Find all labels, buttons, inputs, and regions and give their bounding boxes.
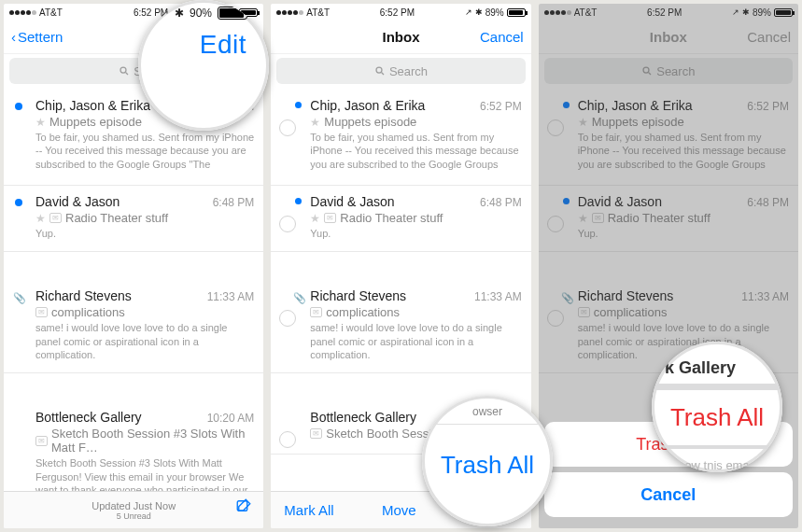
star-icon: ★ — [578, 212, 588, 225]
message-row[interactable]: 6:48 PM David & Jason ★✉Radio Theater st… — [4, 186, 263, 252]
carrier-label: AT&T — [39, 7, 63, 18]
svg-line-1 — [126, 73, 129, 76]
vip-badge: ✉ — [592, 213, 604, 223]
message-row[interactable]: 📎 11:33 AM Richard Stevens ✉complication… — [4, 280, 263, 373]
message-preview: same! i would love love love to do a sin… — [35, 321, 254, 361]
vip-badge: ✉ — [35, 307, 48, 317]
message-preview: Yup. — [578, 227, 789, 240]
unread-dot-icon — [563, 198, 570, 204]
bluetooth-icon: ✱ — [742, 7, 750, 17]
select-circle[interactable] — [279, 310, 296, 327]
svg-line-6 — [649, 73, 652, 76]
select-circle — [547, 119, 564, 136]
footer-status-line1: Updated Just Now — [91, 500, 176, 511]
unread-dot-icon — [15, 199, 22, 206]
svg-point-0 — [120, 67, 126, 73]
star-icon: ★ — [578, 116, 588, 129]
battery-pct: 89% — [485, 7, 504, 18]
message-subject: Radio Theater stuff — [340, 211, 443, 225]
vip-badge: ✉ — [578, 307, 590, 317]
search-field[interactable]: Search — [276, 58, 525, 84]
star-icon: ★ — [35, 212, 46, 225]
search-icon — [641, 65, 653, 77]
status-time: 6:52 PM — [647, 7, 682, 18]
vip-badge: ✉ — [35, 436, 48, 446]
battery-pct: 89% — [753, 7, 771, 18]
message-row: 6:48 PM David & Jason ★✉Radio Theater st… — [539, 186, 798, 252]
trash-all-button-zoom[interactable]: Trash All — [422, 432, 553, 480]
cancel-button[interactable]: Cancel — [747, 29, 791, 45]
svg-line-4 — [381, 73, 384, 76]
battery-pct: 90% — [190, 7, 212, 20]
message-row[interactable]: 6:48 PM David & Jason ★✉Radio Theater st… — [271, 186, 530, 252]
back-label: Settern — [18, 29, 63, 45]
zoom-lens-trash-all: owser Trash All — [422, 396, 553, 526]
message-preview: To be fair, you shamed us. Sent from my … — [35, 131, 254, 174]
footer-toolbar: Updated Just Now 5 Unread — [4, 491, 263, 528]
select-circle[interactable] — [279, 216, 296, 232]
nav-bar: Inbox Cancel — [271, 21, 530, 54]
attachment-icon: 📎 — [561, 292, 574, 304]
vip-badge: ✉ — [324, 213, 336, 223]
zoom-lens-confirm-trash: k Gallery Trash All ew tnis ema — [652, 342, 782, 472]
search-icon — [119, 65, 130, 77]
bluetooth-icon: ✱ — [475, 7, 483, 17]
cancel-button[interactable]: Cancel — [480, 29, 524, 45]
nav-title: Inbox — [650, 29, 687, 45]
zoom-lens-edit: ↗ ✱ 90% Edit — [138, 0, 269, 131]
message-time: 6:52 PM — [480, 100, 522, 113]
unread-dot-icon — [295, 102, 302, 108]
mark-all-button[interactable]: Mark All — [284, 502, 333, 518]
message-subject: complications — [326, 305, 400, 319]
message-from: Richard Stevens — [578, 288, 789, 303]
star-icon: ★ — [310, 212, 320, 225]
message-row[interactable]: 6:52 PM Chip, Jason & Erika ★Muppets epi… — [271, 90, 530, 186]
message-row[interactable]: 📎 11:33 AM Richard Stevens ✉complication… — [271, 280, 530, 373]
chevron-left-icon: ‹ — [11, 29, 16, 45]
message-time: 6:48 PM — [747, 196, 789, 209]
location-icon: ↗ — [465, 7, 472, 17]
search-placeholder: Search — [389, 64, 428, 78]
message-time: 11:33 AM — [207, 290, 255, 303]
message-subject: Sketch Booth Sessi — [326, 427, 431, 441]
message-from: David & Jason — [578, 194, 789, 209]
location-icon: ↗ — [732, 7, 739, 17]
vip-badge: ✉ — [49, 213, 62, 223]
bluetooth-icon: ✱ — [175, 7, 184, 20]
back-button[interactable]: ‹ Settern — [11, 29, 63, 45]
trash-all-confirm-zoom[interactable]: Trash All — [652, 396, 782, 440]
nav-bar: Inbox Cancel — [539, 21, 798, 54]
message-subject: Sketch Booth Session #3 Slots With Matt … — [51, 427, 254, 455]
message-time: 10:20 AM — [207, 412, 255, 425]
star-icon: ★ — [310, 116, 320, 129]
status-time: 6:52 PM — [380, 7, 415, 18]
action-sheet-cancel-button[interactable]: Cancel — [544, 472, 793, 517]
message-list: 6:52 PM Chip, Jason & Erika ★Muppets epi… — [539, 90, 798, 373]
search-placeholder: Search — [656, 64, 695, 78]
message-from: Chip, Jason & Erika — [578, 98, 789, 113]
select-circle — [547, 216, 564, 232]
unread-dot-icon — [563, 102, 570, 108]
message-subject: complications — [594, 305, 668, 319]
message-row: 6:52 PM Chip, Jason & Erika ★Muppets epi… — [539, 90, 798, 186]
unread-dot-icon — [295, 198, 302, 204]
message-subject: Muppets episode — [49, 115, 142, 129]
edit-button-zoom[interactable]: Edit — [138, 26, 269, 60]
select-circle[interactable] — [279, 431, 296, 448]
status-bar: AT&T 6:52 PM ↗ ✱ 89% — [539, 4, 798, 21]
search-field[interactable]: Search — [544, 58, 793, 84]
move-button[interactable]: Move — [382, 502, 416, 518]
select-circle[interactable] — [279, 119, 296, 136]
svg-point-5 — [643, 67, 649, 73]
compose-button[interactable] — [235, 497, 252, 519]
vip-badge: ✉ — [310, 307, 322, 317]
message-subject: complications — [51, 305, 125, 319]
carrier-label: AT&T — [306, 7, 330, 18]
message-time: 6:48 PM — [213, 196, 255, 209]
message-subject: Muppets episode — [592, 115, 684, 129]
footer-status-line2: 5 Unread — [117, 511, 151, 521]
message-subject: Radio Theater stuff — [65, 211, 168, 225]
message-list[interactable]: 6:52 PM Chip, Jason & Erika ★Muppets epi… — [4, 90, 263, 509]
message-preview: Yup. — [35, 227, 254, 240]
svg-point-3 — [376, 67, 382, 73]
